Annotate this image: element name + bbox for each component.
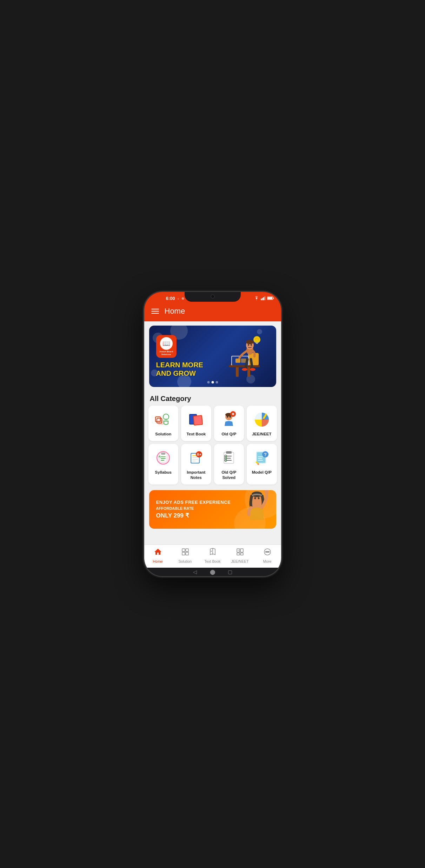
textbook-icon <box>187 410 205 429</box>
category-syllabus[interactable]: Syllabus <box>148 444 179 485</box>
oldqpsolved-label: Old Q/PSolved <box>221 470 236 480</box>
oldqp-icon <box>220 410 238 429</box>
solution-icon <box>154 410 172 429</box>
svg-rect-61 <box>226 451 232 454</box>
categories-grid: Solution Text <box>144 406 281 487</box>
promo-title: ENJOY ADS FREE EXPERIENCE <box>156 500 231 505</box>
svg-rect-64 <box>227 460 232 461</box>
svg-rect-5 <box>267 297 272 299</box>
svg-rect-33 <box>194 416 202 425</box>
banner-headline: LEARN MOREAND GROW <box>156 361 203 378</box>
svg-rect-63 <box>227 458 231 459</box>
svg-text:?: ? <box>264 452 267 457</box>
jeeneet-nav-label: JEE/NEET <box>231 559 248 563</box>
solution-label: Solution <box>155 432 171 437</box>
back-button[interactable]: ◁ <box>192 568 199 575</box>
textbook-label: Text Book <box>186 432 206 437</box>
svg-rect-0 <box>261 299 262 300</box>
svg-rect-83 <box>182 549 185 552</box>
more-nav-icon <box>263 548 272 558</box>
svg-rect-85 <box>182 552 185 555</box>
hero-banner[interactable]: 📖 Assam BoardSolutions LEARN MOREAND GRO… <box>149 326 276 387</box>
svg-rect-3 <box>264 296 265 300</box>
phone-frame: 6:00 ⬦ ⊕ ⊡ <box>144 292 281 576</box>
svg-point-37 <box>230 416 231 418</box>
svg-rect-1 <box>262 298 263 300</box>
category-oldqp[interactable]: Old Q/P <box>214 406 244 441</box>
svg-rect-55 <box>192 457 197 458</box>
nav-textbook[interactable]: Text Book <box>202 548 223 563</box>
svg-rect-56 <box>192 459 198 460</box>
header-title: Home <box>165 307 185 316</box>
banner-dots <box>207 381 218 383</box>
gesture-bar: ◁ ⬤ ▢ <box>144 568 281 576</box>
nav-home[interactable]: Home <box>147 548 168 563</box>
status-right <box>254 296 274 300</box>
recent-button[interactable]: ▢ <box>227 568 234 575</box>
bottom-nav: Home Solution <box>144 545 281 568</box>
category-jeeneet[interactable]: JEE/NEET <box>247 406 277 441</box>
battery-icon <box>267 296 274 300</box>
oldqp-label: Old Q/P <box>221 432 236 437</box>
category-importantnotes[interactable]: A+ ImportantNotes <box>181 444 211 485</box>
timer-icon: ⊕ <box>181 296 184 300</box>
screen: 6:00 ⬦ ⊕ ⊡ <box>144 292 281 576</box>
nav-solution[interactable]: Solution <box>175 548 196 563</box>
svg-rect-86 <box>186 552 188 555</box>
svg-rect-50 <box>161 460 164 461</box>
menu-icon[interactable] <box>151 309 159 314</box>
svg-text:A+: A+ <box>197 453 201 456</box>
svg-rect-91 <box>237 553 240 555</box>
banner-dot-3 <box>215 381 218 383</box>
svg-point-19 <box>248 344 249 346</box>
svg-point-23 <box>253 336 260 343</box>
phone-camera <box>211 294 215 299</box>
home-nav-icon <box>154 548 162 558</box>
svg-point-95 <box>265 552 266 553</box>
solution-nav-label: Solution <box>179 559 192 563</box>
jeeneet-nav-icon <box>236 548 244 558</box>
category-modelqp[interactable]: ? Model Q/P <box>247 444 277 485</box>
svg-rect-27 <box>158 420 163 425</box>
svg-point-81 <box>254 497 256 499</box>
svg-point-18 <box>246 340 254 344</box>
svg-point-82 <box>258 497 259 499</box>
svg-rect-92 <box>240 553 243 555</box>
category-textbook[interactable]: Text Book <box>181 406 211 441</box>
home-button[interactable]: ⬤ <box>209 568 216 575</box>
signal-icon <box>261 296 266 300</box>
svg-rect-8 <box>236 366 239 377</box>
promo-banner[interactable]: ENJOY ADS FREE EXPERIENCE AFFORDABLE RAT… <box>149 490 276 529</box>
svg-point-88 <box>211 551 212 552</box>
oldqpsolved-icon <box>220 449 238 467</box>
section-title: All Category <box>144 391 281 406</box>
category-oldqpsolved[interactable]: Old Q/PSolved <box>214 444 244 485</box>
svg-rect-84 <box>186 549 188 552</box>
importantnotes-label: ImportantNotes <box>187 470 205 480</box>
svg-rect-57 <box>192 461 196 461</box>
svg-point-22 <box>250 368 255 371</box>
svg-rect-74 <box>258 456 263 457</box>
textbook-nav-icon <box>208 548 217 558</box>
svg-rect-6 <box>273 298 273 299</box>
notification-icon: ⬦ <box>177 296 179 300</box>
banner-dot-1 <box>207 381 210 383</box>
logo-face: 📖 <box>160 337 173 350</box>
svg-rect-90 <box>240 549 243 552</box>
svg-rect-2 <box>263 297 264 300</box>
svg-rect-48 <box>161 456 166 457</box>
category-solution[interactable]: Solution <box>148 406 179 441</box>
svg-point-36 <box>227 416 228 418</box>
svg-rect-14 <box>241 359 246 363</box>
modelqp-label: Model Q/P <box>252 470 272 475</box>
svg-rect-24 <box>256 342 258 344</box>
scroll-content[interactable]: 📖 Assam BoardSolutions LEARN MOREAND GRO… <box>144 321 281 545</box>
status-time: 6:00 <box>166 296 175 301</box>
svg-rect-47 <box>161 453 165 455</box>
more-nav-label: More <box>263 559 272 563</box>
svg-rect-9 <box>247 366 250 377</box>
all-category-section: All Category <box>144 391 281 487</box>
home-nav-label: Home <box>153 559 162 563</box>
nav-more[interactable]: More <box>257 548 278 563</box>
nav-jeeneet[interactable]: JEE/NEET <box>230 548 251 563</box>
